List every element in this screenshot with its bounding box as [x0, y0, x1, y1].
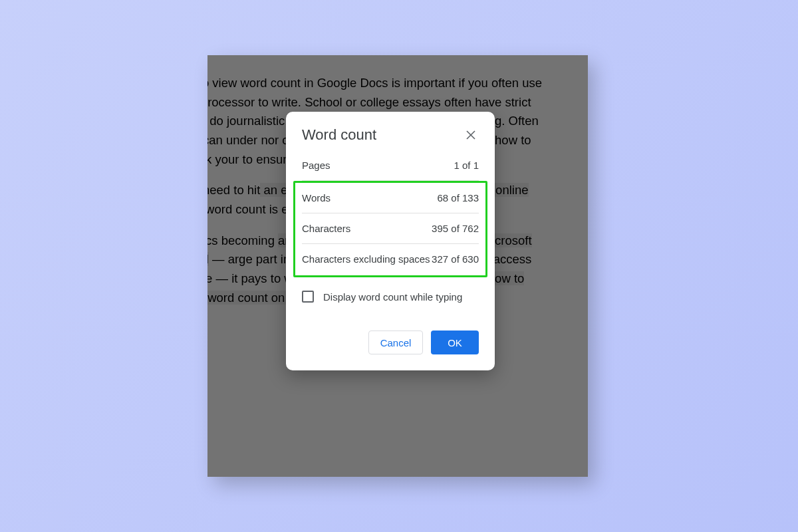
word-count-dialog: Word count Pages 1 of 1 Words 68 of 133 … [286, 112, 495, 370]
close-icon [466, 130, 475, 140]
stat-value: 1 of 1 [454, 160, 479, 171]
stat-row-characters-no-spaces: Characters excluding spaces 327 of 630 [302, 244, 479, 274]
highlighted-stats: Words 68 of 133 Characters 395 of 762 Ch… [293, 181, 487, 277]
stat-label: Pages [302, 160, 331, 171]
dialog-button-row: Cancel OK [302, 331, 479, 354]
close-button[interactable] [463, 127, 479, 143]
dialog-title: Word count [302, 126, 376, 144]
ok-button[interactable]: OK [431, 331, 479, 354]
display-while-typing-checkbox[interactable] [302, 291, 314, 303]
stat-row-words: Words 68 of 133 [302, 184, 479, 213]
display-while-typing-row: Display word count while typing [302, 291, 479, 303]
stage: ow to view word count in Google Docs is … [0, 0, 798, 532]
checkbox-label: Display word count while typing [323, 291, 462, 303]
stat-label: Words [302, 192, 331, 203]
dialog-header: Word count [302, 126, 479, 144]
cancel-button[interactable]: Cancel [368, 331, 423, 354]
stat-value: 395 of 762 [432, 223, 479, 234]
stat-value: 68 of 133 [437, 192, 479, 203]
stat-label: Characters [302, 223, 350, 234]
stat-label: Characters excluding spaces [302, 253, 430, 265]
stat-value: 327 of 630 [432, 253, 479, 265]
stat-row-characters: Characters 395 of 762 [302, 213, 479, 244]
stat-row-pages: Pages 1 of 1 [302, 157, 479, 181]
